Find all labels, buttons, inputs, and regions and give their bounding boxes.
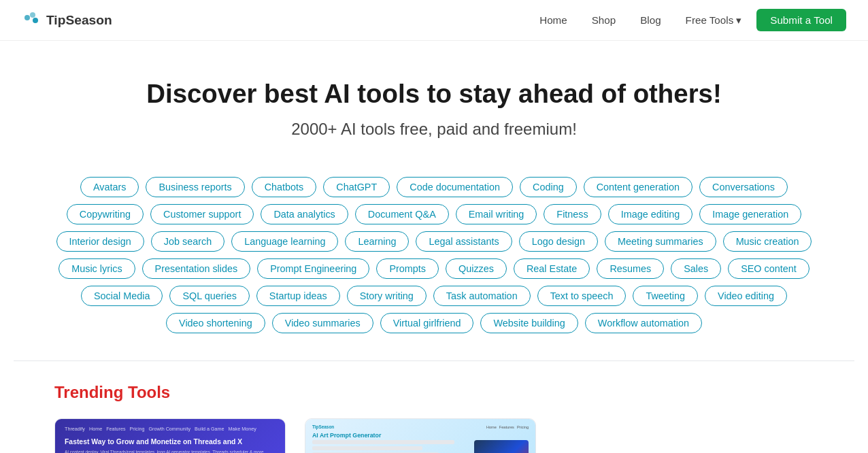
nav-home[interactable]: Home bbox=[530, 10, 577, 30]
tag-seo-content[interactable]: SEO content bbox=[728, 258, 809, 279]
tag-sql-queries[interactable]: SQL queries bbox=[169, 286, 249, 306]
tag-copywriting[interactable]: Copywriting bbox=[67, 204, 144, 224]
tag-presentation-slides[interactable]: Presentation slides bbox=[142, 258, 251, 279]
svg-point-1 bbox=[30, 12, 35, 18]
tag-image-generation[interactable]: Image generation bbox=[699, 204, 801, 224]
trending-card-1[interactable]: Threadify Home Features Pricing Growth C… bbox=[54, 418, 286, 453]
tag-learning[interactable]: Learning bbox=[345, 231, 409, 252]
hero-section: Discover best AI tools to stay ahead of … bbox=[0, 41, 868, 161]
tag-avatars[interactable]: Avatars bbox=[80, 177, 139, 197]
tag-data-analytics[interactable]: Data analytics bbox=[261, 204, 348, 224]
tag-video-editing[interactable]: Video editing bbox=[705, 286, 787, 306]
tag-job-search[interactable]: Job search bbox=[151, 231, 224, 252]
svg-point-2 bbox=[33, 18, 38, 23]
nav-links: Home Shop Blog Free Tools ▾ Submit a Too… bbox=[530, 9, 846, 31]
tag-story-writing[interactable]: Story writing bbox=[347, 286, 427, 306]
tag-conversations[interactable]: Conversations bbox=[699, 177, 788, 197]
tag-startup-ideas[interactable]: Startup ideas bbox=[256, 286, 340, 306]
trending-section: Trending Tools Threadify Home Features P… bbox=[0, 361, 868, 453]
tag-workflow-automation[interactable]: Workflow automation bbox=[585, 313, 702, 333]
trending-title: Trending Tools bbox=[54, 383, 814, 402]
tag-website-building[interactable]: Website building bbox=[480, 313, 578, 333]
tag-legal-assistants[interactable]: Legal assistants bbox=[416, 231, 512, 252]
tag-video-summaries[interactable]: Video summaries bbox=[272, 313, 373, 333]
tag-prompts[interactable]: Prompts bbox=[376, 258, 439, 279]
card-1-sub: AI content deploy, Viral Threads/real te… bbox=[65, 450, 265, 453]
tag-chatgpt[interactable]: ChatGPT bbox=[323, 177, 390, 197]
card-1-thumbnail: Threadify Home Features Pricing Growth C… bbox=[55, 419, 285, 453]
tag-customer-support[interactable]: Customer support bbox=[150, 204, 254, 224]
tag-tweeting[interactable]: Tweeting bbox=[633, 286, 698, 306]
card-2-body: TECHNOLOGY Artificial Intelligence bbox=[312, 440, 529, 453]
logo[interactable]: TipSeason bbox=[22, 11, 112, 30]
tag-content-generation[interactable]: Content generation bbox=[584, 177, 692, 197]
tag-real-estate[interactable]: Real Estate bbox=[514, 258, 590, 279]
logo-text: TipSeason bbox=[46, 13, 112, 28]
tag-video-shortening[interactable]: Video shortening bbox=[166, 313, 265, 333]
tag-meeting-summaries[interactable]: Meeting summaries bbox=[605, 231, 716, 252]
tag-coding[interactable]: Coding bbox=[520, 177, 577, 197]
tag-image-editing[interactable]: Image editing bbox=[608, 204, 692, 224]
tag-sales[interactable]: Sales bbox=[671, 258, 721, 279]
chevron-down-icon: ▾ bbox=[736, 14, 741, 27]
tag-business-reports[interactable]: Business reports bbox=[146, 177, 244, 197]
nav-free-tools[interactable]: Free Tools ▾ bbox=[676, 10, 752, 31]
tag-document-q&a[interactable]: Document Q&A bbox=[355, 204, 449, 224]
nav-shop[interactable]: Shop bbox=[582, 10, 625, 30]
tag-music-creation[interactable]: Music creation bbox=[723, 231, 812, 252]
trending-card-2[interactable]: TipSeason Home Features Pricing AI Art P… bbox=[305, 418, 536, 453]
card-2-thumbnail: TipSeason Home Features Pricing AI Art P… bbox=[305, 419, 535, 453]
tag-logo-design[interactable]: Logo design bbox=[519, 231, 598, 252]
cards-row: Threadify Home Features Pricing Growth C… bbox=[54, 418, 814, 453]
tag-email-writing[interactable]: Email writing bbox=[456, 204, 537, 224]
card-2-title: AI Art Prompt Generator bbox=[312, 432, 381, 439]
nav-blog[interactable]: Blog bbox=[631, 10, 670, 30]
tag-language-learning[interactable]: Language learning bbox=[231, 231, 338, 252]
logo-icon bbox=[22, 11, 41, 30]
tag-social-media[interactable]: Social Media bbox=[81, 286, 163, 306]
svg-point-0 bbox=[24, 15, 30, 20]
tag-text-to-speech[interactable]: Text to speech bbox=[537, 286, 627, 306]
tag-fitness[interactable]: Fitness bbox=[544, 204, 601, 224]
tag-chatbots[interactable]: Chatbots bbox=[252, 177, 317, 197]
submit-tool-button[interactable]: Submit a Tool bbox=[756, 9, 846, 31]
tag-interior-design[interactable]: Interior design bbox=[56, 231, 144, 252]
tag-prompt-engineering[interactable]: Prompt Engineering bbox=[257, 258, 369, 279]
navbar: TipSeason Home Shop Blog Free Tools ▾ Su… bbox=[0, 0, 868, 41]
tag-quizzes[interactable]: Quizzes bbox=[446, 258, 507, 279]
card-1-nav-bar: Threadify Home Features Pricing Growth C… bbox=[65, 426, 256, 432]
tags-container: AvatarsBusiness reportsChatbotsChatGPTCo… bbox=[0, 161, 868, 360]
tag-task-automation[interactable]: Task automation bbox=[433, 286, 531, 306]
tag-music-lyrics[interactable]: Music lyrics bbox=[59, 258, 135, 279]
tag-resumes[interactable]: Resumes bbox=[597, 258, 664, 279]
tag-code-documentation[interactable]: Code documentation bbox=[397, 177, 513, 197]
card-1-headline: Fastest Way to Grow and Monetize on Thre… bbox=[65, 437, 242, 447]
hero-title: Discover best AI tools to stay ahead of … bbox=[14, 79, 854, 109]
tag-virtual-girlfriend[interactable]: Virtual girlfriend bbox=[380, 313, 474, 333]
hero-subtitle: 2000+ AI tools free, paid and freemium! bbox=[14, 120, 854, 139]
card-2-top-bar: TipSeason Home Features Pricing bbox=[312, 424, 529, 429]
